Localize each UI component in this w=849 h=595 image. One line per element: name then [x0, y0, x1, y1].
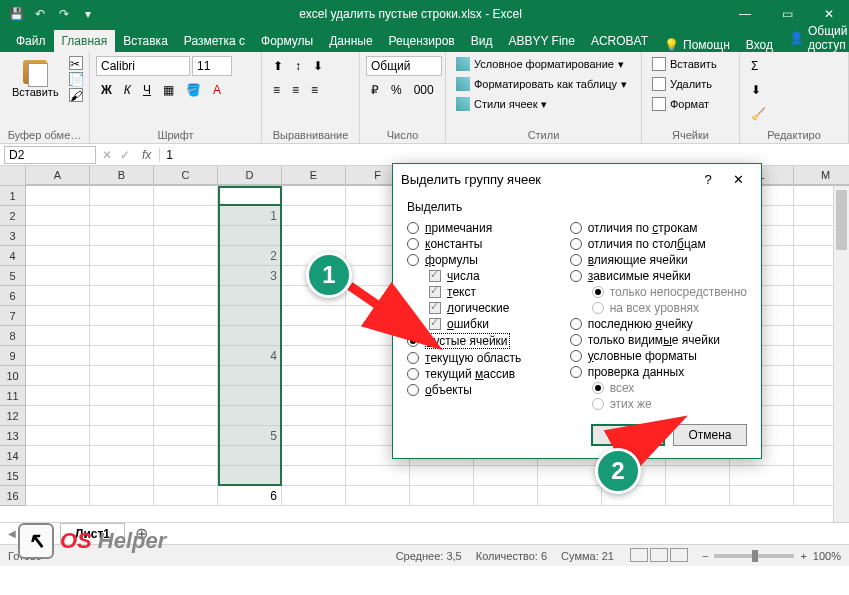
view-switcher[interactable] [628, 548, 688, 564]
cell-B8[interactable] [90, 326, 154, 346]
col-header-C[interactable]: C [154, 166, 218, 185]
cell-B13[interactable] [90, 426, 154, 446]
cell-E7[interactable] [282, 306, 346, 326]
dialog-titlebar[interactable]: Выделить группу ячеек ? ✕ [393, 164, 761, 194]
vertical-scrollbar[interactable] [833, 186, 849, 522]
cell-B10[interactable] [90, 366, 154, 386]
formula-input[interactable]: 1 [159, 148, 849, 162]
cell-D3[interactable] [218, 226, 282, 246]
cell-A15[interactable] [26, 466, 90, 486]
bold-button[interactable]: Ж [96, 80, 117, 100]
cell-D5[interactable]: 3 [218, 266, 282, 286]
col-header-E[interactable]: E [282, 166, 346, 185]
cell-B14[interactable] [90, 446, 154, 466]
cell-E2[interactable] [282, 206, 346, 226]
tab-acrobat[interactable]: ACROBAT [583, 30, 656, 52]
cell-B1[interactable] [90, 186, 154, 206]
clear-button[interactable]: 🧹 [746, 104, 842, 124]
cell-A2[interactable] [26, 206, 90, 226]
tab-layout[interactable]: Разметка с [176, 30, 253, 52]
cell-E8[interactable] [282, 326, 346, 346]
cell-C14[interactable] [154, 446, 218, 466]
align-middle-button[interactable]: ↕ [290, 56, 306, 76]
cell-D11[interactable] [218, 386, 282, 406]
row-header-16[interactable]: 16 [0, 486, 25, 506]
radio-rowdiff[interactable] [570, 222, 582, 234]
tab-file[interactable]: Файл [8, 30, 54, 52]
cell-B15[interactable] [90, 466, 154, 486]
radio-cfmt[interactable] [570, 350, 582, 362]
cell-C15[interactable] [154, 466, 218, 486]
cell-A6[interactable] [26, 286, 90, 306]
cell-D2[interactable]: 1 [218, 206, 282, 226]
dialog-close-button[interactable]: ✕ [723, 172, 753, 187]
row-header-13[interactable]: 13 [0, 426, 25, 446]
row-header-15[interactable]: 15 [0, 466, 25, 486]
option-rowdiff[interactable]: отличия по строкам [570, 220, 747, 236]
cell-E3[interactable] [282, 226, 346, 246]
radio-notes[interactable] [407, 222, 419, 234]
row-header-6[interactable]: 6 [0, 286, 25, 306]
border-button[interactable]: ▦ [158, 80, 179, 100]
cell-A7[interactable] [26, 306, 90, 326]
radio-obj[interactable] [407, 384, 419, 396]
cell-C3[interactable] [154, 226, 218, 246]
redo-icon[interactable]: ↷ [56, 6, 72, 22]
cell-K15[interactable] [666, 466, 730, 486]
cell-A13[interactable] [26, 426, 90, 446]
cell-C2[interactable] [154, 206, 218, 226]
option-dep[interactable]: зависимые ячейки [570, 268, 747, 284]
page-break-view-icon[interactable] [670, 548, 688, 562]
qat-more-icon[interactable]: ▾ [80, 6, 96, 22]
cell-L15[interactable] [730, 466, 794, 486]
cell-E13[interactable] [282, 426, 346, 446]
format-painter-icon[interactable]: 🖌 [69, 88, 83, 102]
option-const[interactable]: константы [407, 236, 560, 252]
cell-A1[interactable] [26, 186, 90, 206]
signin-button[interactable]: Вход [738, 38, 781, 52]
cell-E11[interactable] [282, 386, 346, 406]
zoom-control[interactable]: − + 100% [702, 550, 841, 562]
font-name-select[interactable]: Calibri [96, 56, 190, 76]
option-last[interactable]: последнюю ячейку [570, 316, 747, 332]
cell-A10[interactable] [26, 366, 90, 386]
cell-E12[interactable] [282, 406, 346, 426]
cell-D14[interactable] [218, 446, 282, 466]
tab-review[interactable]: Рецензиров [381, 30, 463, 52]
percent-button[interactable]: % [386, 80, 407, 100]
undo-icon[interactable]: ↶ [32, 6, 48, 22]
copy-icon[interactable]: 📄 [69, 72, 83, 86]
cancel-formula-icon[interactable]: ✕ [98, 148, 116, 162]
cell-D9[interactable]: 4 [218, 346, 282, 366]
cell-B9[interactable] [90, 346, 154, 366]
autosum-button[interactable]: Σ [746, 56, 842, 76]
share-button[interactable]: 👤Общий доступ [781, 24, 849, 52]
cell-C5[interactable] [154, 266, 218, 286]
cell-A8[interactable] [26, 326, 90, 346]
page-layout-view-icon[interactable] [650, 548, 668, 562]
conditional-format-button[interactable]: Условное форматирование▾ [452, 56, 635, 72]
cell-E10[interactable] [282, 366, 346, 386]
cell-F16[interactable] [346, 486, 410, 506]
comma-button[interactable]: 000 [409, 80, 439, 100]
row-header-10[interactable]: 10 [0, 366, 25, 386]
radio-array[interactable] [407, 368, 419, 380]
radio-vis[interactable] [570, 334, 582, 346]
radio-formulas[interactable] [407, 254, 419, 266]
cell-C16[interactable] [154, 486, 218, 506]
option-cfmt[interactable]: условные форматы [570, 348, 747, 364]
cell-C9[interactable] [154, 346, 218, 366]
cut-icon[interactable]: ✂ [69, 56, 83, 70]
option-valid[interactable]: проверка данных [570, 364, 747, 380]
radio-const[interactable] [407, 238, 419, 250]
row-header-5[interactable]: 5 [0, 266, 25, 286]
insert-cells-button[interactable]: Вставить [648, 56, 733, 72]
normal-view-icon[interactable] [630, 548, 648, 562]
tab-insert[interactable]: Вставка [115, 30, 176, 52]
cell-C1[interactable] [154, 186, 218, 206]
name-box[interactable]: D2 [4, 146, 96, 164]
col-header-D[interactable]: D [218, 166, 282, 185]
format-cells-button[interactable]: Формат [648, 96, 733, 112]
option-vis[interactable]: только видимые ячейки [570, 332, 747, 348]
row-header-12[interactable]: 12 [0, 406, 25, 426]
